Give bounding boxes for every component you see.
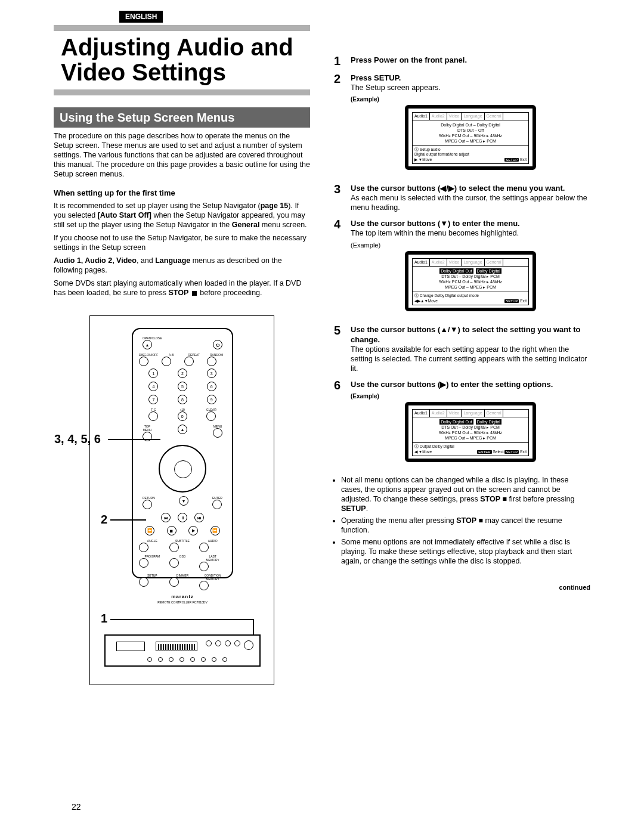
osd-tab: Language <box>462 410 484 417</box>
osd-tab: Video <box>447 113 462 120</box>
language-badge: ENGLISH <box>119 11 163 23</box>
osd-tab: Video <box>447 410 462 417</box>
osd-example-6: Audio1Audio2VideoLanguageGeneralDolby Di… <box>405 402 536 462</box>
first-time-body: It is recommended to set up player using… <box>54 201 310 230</box>
step-number: 2 <box>334 73 345 177</box>
player-illustration <box>104 634 261 667</box>
step-title: Use the cursor buttons (▼) to enter the … <box>351 218 590 228</box>
osd-tab: Audio1 <box>413 410 430 417</box>
osd-tab: Audio2 <box>430 113 447 120</box>
osd-tab: Language <box>462 113 484 120</box>
step-2: 2Press SETUP.The Setup screen appears.(E… <box>334 73 590 177</box>
step-title: Press Power on the front panel. <box>351 55 590 65</box>
callout-1: 1 <box>101 612 107 625</box>
first-time-line3: Some DVDs start playing automatically wh… <box>54 278 310 298</box>
osd-tab: Audio1 <box>413 113 430 120</box>
step-6: 6Use the cursor buttons (▶) to enter the… <box>334 379 590 469</box>
step-number: 4 <box>334 218 345 318</box>
osd-tab: Language <box>462 259 484 266</box>
section-header: Using the Setup Screen Menus <box>54 107 310 128</box>
remote-body: OPEN/CLOSE▲ ⏻ DISC.ON/OFF A-B REPEAT RAN… <box>132 328 233 578</box>
step-title: Use the cursor buttons (◀/▶) to select t… <box>351 183 590 193</box>
step-number: 6 <box>334 379 345 469</box>
step-body: As each menu is selected with the cursor… <box>351 193 590 212</box>
first-time-menus: Audio 1, Audio 2, Video, and Language me… <box>54 256 310 275</box>
page-title: Adjusting Audio and Video Settings <box>54 31 310 89</box>
remote-model: REMOTE CONTROLLER RC7010DV <box>139 600 226 604</box>
remote-brand: marantz <box>139 594 226 599</box>
osd-tab: Audio2 <box>430 410 447 417</box>
step-number: 5 <box>334 324 345 373</box>
osd-tab: General <box>485 259 504 266</box>
step-3: 3Use the cursor buttons (◀/▶) to select … <box>334 183 590 212</box>
step-number: 1 <box>334 55 345 67</box>
step-body: The Setup screen appears. <box>351 83 590 92</box>
example-label: (Example) <box>351 241 590 249</box>
note-item: Some menu options are not immediately ef… <box>341 537 590 566</box>
note-item: Operating the menu after pressing STOP ■… <box>341 516 590 535</box>
step-body: The options available for each setting a… <box>351 345 590 373</box>
notes-list: Not all menu options can be changed whil… <box>341 475 590 566</box>
osd-tab: General <box>485 113 504 120</box>
first-time-header: When setting up for the first time <box>54 188 310 197</box>
note-item: Not all menu options can be changed whil… <box>341 475 590 513</box>
step-title: Use the cursor buttons (▶) to enter the … <box>351 379 590 389</box>
step-title: Press SETUP. <box>351 73 590 83</box>
osd-example-2: Audio1Audio2VideoLanguageGeneralDolby Di… <box>405 105 536 170</box>
example-label: (Example) <box>351 96 590 103</box>
page-number: 22 <box>72 802 81 812</box>
continued-label: continued <box>334 584 590 591</box>
callout-2: 2 <box>101 513 107 527</box>
intro-text: The procedure on this page describes how… <box>54 131 310 179</box>
osd-tab: General <box>485 410 504 417</box>
step-1: 1Press Power on the front panel. <box>334 55 590 67</box>
step-5: 5Use the cursor buttons (▲/▼) to select … <box>334 324 590 373</box>
osd-tab: Audio1 <box>413 259 430 266</box>
osd-example-4: Audio1Audio2VideoLanguageGeneralDolby Di… <box>405 251 536 311</box>
first-time-line2: If you choose not to use the Setup Navig… <box>54 233 310 252</box>
remote-illustration: OPEN/CLOSE▲ ⏻ DISC.ON/OFF A-B REPEAT RAN… <box>89 315 274 685</box>
example-label: (Example) <box>351 393 590 400</box>
osd-tab: Video <box>447 259 462 266</box>
nav-ring-icon <box>159 445 206 493</box>
step-4: 4Use the cursor buttons (▼) to enter the… <box>334 218 590 318</box>
osd-tab: Audio2 <box>430 259 447 266</box>
step-body: The top item within the menu becomes hig… <box>351 228 590 238</box>
step-title: Use the cursor buttons (▲/▼) to select t… <box>351 324 590 345</box>
step-number: 3 <box>334 183 345 212</box>
callout-3456: 3, 4, 5, 6 <box>54 432 101 446</box>
